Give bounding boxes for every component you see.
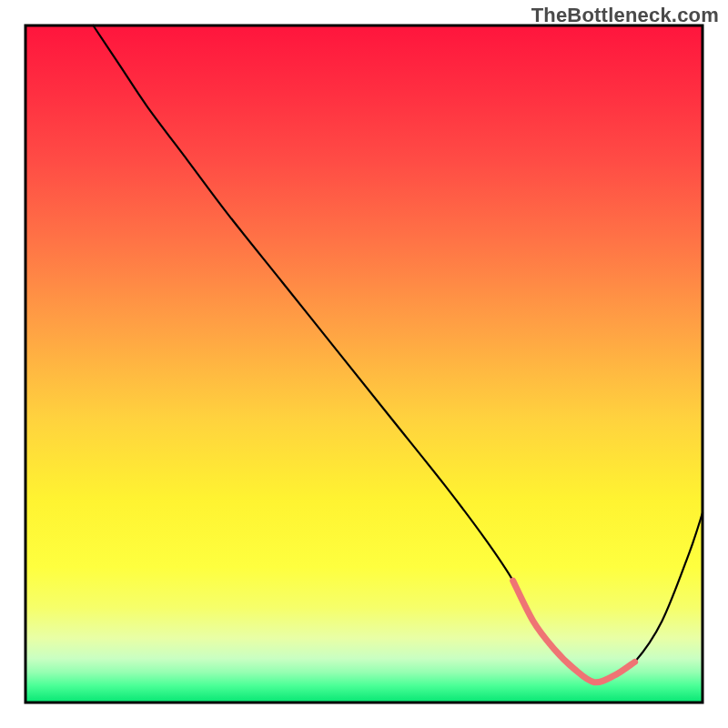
bottleneck-chart [0, 0, 728, 728]
watermark-text: TheBottleneck.com [531, 4, 719, 27]
chart-container: TheBottleneck.com [0, 0, 728, 728]
plot-area [25, 25, 703, 703]
gradient-background [25, 25, 703, 703]
